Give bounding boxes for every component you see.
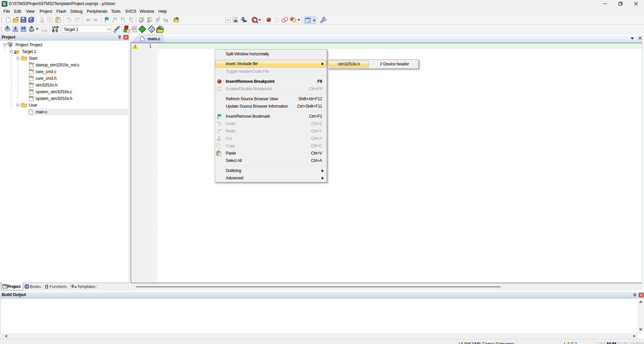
svg-text:LOAD: LOAD xyxy=(52,26,59,29)
svg-text:?: ? xyxy=(27,286,29,288)
